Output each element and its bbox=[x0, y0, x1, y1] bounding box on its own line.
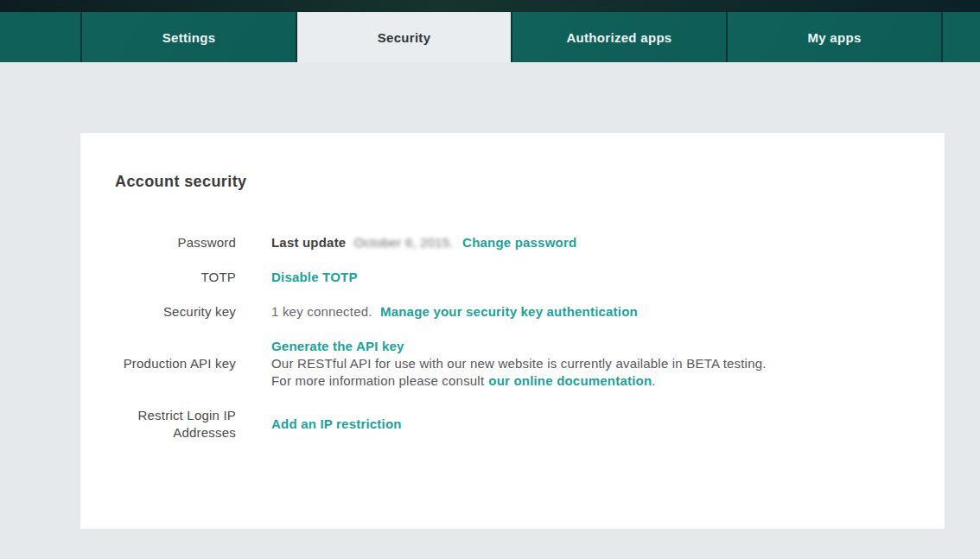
password-label: Password bbox=[115, 234, 236, 251]
tab-my-apps-label: My apps bbox=[807, 30, 861, 45]
production-api-key-label: Production API key bbox=[115, 355, 236, 372]
manage-security-key-link[interactable]: Manage your security key authentication bbox=[380, 304, 638, 319]
password-last-update-date-redacted: October 6, 2015. bbox=[354, 235, 454, 250]
security-settings-list: Password Last update October 6, 2015. Ch… bbox=[115, 234, 910, 441]
security-key-status-text: 1 key connected. bbox=[271, 304, 372, 319]
disable-totp-link[interactable]: Disable TOTP bbox=[271, 270, 358, 284]
security-key-label: Security key bbox=[115, 303, 236, 321]
change-password-link[interactable]: Change password bbox=[462, 235, 576, 250]
tab-security-label: Security bbox=[378, 30, 431, 45]
add-ip-restriction-link[interactable]: Add an IP restriction bbox=[271, 416, 402, 431]
security-key-row: Security key 1 key connected. Manage you… bbox=[115, 303, 910, 321]
tab-bar-filler-left bbox=[0, 12, 80, 62]
password-last-update-text: Last update bbox=[271, 235, 346, 250]
tab-authorized-apps-label: Authorized apps bbox=[566, 30, 671, 45]
tab-authorized-apps[interactable]: Authorized apps bbox=[511, 12, 726, 62]
tab-security[interactable]: Security bbox=[296, 12, 511, 62]
tab-settings[interactable]: Settings bbox=[80, 12, 296, 62]
api-beta-description: Our RESTful API for use with our new web… bbox=[271, 355, 910, 372]
production-api-key-value: Generate the API key Our RESTful API for… bbox=[271, 338, 910, 390]
api-documentation-prefix: For more information please consult bbox=[271, 373, 484, 388]
password-row: Password Last update October 6, 2015. Ch… bbox=[115, 234, 910, 251]
tab-bar: Settings Security Authorized apps My app… bbox=[0, 12, 980, 62]
online-documentation-link[interactable]: our online documentation bbox=[488, 373, 652, 388]
totp-row: TOTP Disable TOTP bbox=[115, 269, 910, 286]
page-title: Account security bbox=[115, 171, 910, 192]
ip-restriction-label: Restrict Login IP Addresses bbox=[115, 407, 236, 441]
generate-api-key-link[interactable]: Generate the API key bbox=[271, 339, 404, 353]
tab-settings-label: Settings bbox=[162, 30, 216, 45]
page-background: Account security Password Last update Oc… bbox=[0, 133, 980, 559]
ip-restriction-value: Add an IP restriction bbox=[271, 416, 910, 433]
account-security-card: Account security Password Last update Oc… bbox=[80, 133, 945, 529]
security-key-value: 1 key connected. Manage your security ke… bbox=[271, 303, 910, 321]
ip-restriction-row: Restrict Login IP Addresses Add an IP re… bbox=[115, 407, 910, 441]
api-documentation-suffix: . bbox=[652, 373, 655, 388]
password-value: Last update October 6, 2015. Change pass… bbox=[271, 234, 910, 251]
totp-label: TOTP bbox=[115, 269, 236, 286]
tab-my-apps[interactable]: My apps bbox=[726, 12, 941, 62]
top-bar bbox=[0, 0, 980, 12]
production-api-key-row: Production API key Generate the API key … bbox=[115, 338, 910, 390]
tab-bar-filler-right bbox=[941, 12, 980, 62]
totp-value: Disable TOTP bbox=[271, 269, 910, 286]
api-documentation-line: For more information please consultour o… bbox=[271, 372, 910, 390]
